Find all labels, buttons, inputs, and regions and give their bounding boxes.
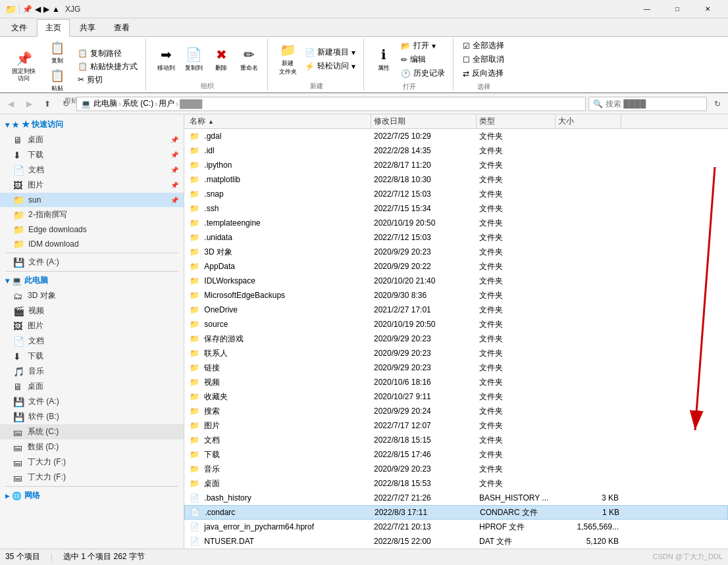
select-all-button[interactable]: ☑ 全部选择 — [460, 39, 507, 52]
table-row[interactable]: 📁 source 2020/10/19 20:50 文件夹 — [184, 317, 728, 332]
sidebar-item-music[interactable]: 🎵 音乐 — [0, 364, 184, 379]
tab-home[interactable]: 主页 — [37, 19, 70, 37]
tab-share[interactable]: 共享 — [71, 19, 104, 36]
maximize-button[interactable]: □ — [662, 0, 692, 18]
open-button[interactable]: 📂 打开 ▾ — [398, 39, 448, 52]
table-row[interactable]: 📄 .condarc 2022/8/3 17:11 CONDARC 文件 1 K… — [184, 505, 728, 520]
invert-select-button[interactable]: ⇄ 反向选择 — [460, 67, 507, 80]
sidebar-item-documents[interactable]: 📄 文档 📌 — [0, 162, 184, 178]
table-row[interactable]: 📁 .gdal 2022/7/25 10:29 文件夹 — [184, 129, 728, 143]
window-controls[interactable]: — □ ✕ — [632, 0, 723, 18]
paste-shortcut-button[interactable]: 📋 粘贴快捷方式 — [75, 61, 140, 73]
up-button[interactable]: ⬆ — [39, 96, 55, 112]
copy-path-button[interactable]: 📋 复制路径 — [75, 47, 140, 60]
edit-button[interactable]: ✏ 编辑 — [398, 53, 448, 66]
table-row[interactable]: 📁 .ipython 2022/8/17 11:20 文件夹 — [184, 158, 728, 172]
delete-button[interactable]: ✖ 删除 — [208, 39, 234, 79]
forward-button[interactable]: ▶ — [21, 96, 37, 112]
table-row[interactable]: 📁 .snap 2022/7/12 15:03 文件夹 — [184, 187, 728, 201]
col-header-size[interactable]: 大小 — [556, 114, 621, 129]
col-header-date[interactable]: 修改日期 — [371, 114, 477, 129]
sidebar-item-idm-download[interactable]: 📁 IDM download — [0, 237, 184, 251]
table-row[interactable]: 📁 AppData 2020/9/29 20:22 文件夹 — [184, 259, 728, 274]
back-button[interactable]: ◀ — [3, 96, 18, 112]
cut-button[interactable]: ✂ 剪切 — [75, 74, 140, 86]
close-button[interactable]: ✕ — [692, 0, 723, 18]
table-row[interactable]: 📄 NTUSER.DAT 2022/8/15 22:00 DAT 文件 5,12… — [184, 534, 728, 549]
col-header-type[interactable]: 类型 — [477, 114, 556, 129]
sidebar-item-drive-a2[interactable]: 💾 文件 (A:) — [0, 394, 184, 409]
pin-button[interactable]: 📌 固定到快访问 — [8, 47, 39, 86]
table-row[interactable]: 📁 MicrosoftEdgeBackups 2020/9/30 8:36 文件… — [184, 288, 728, 303]
sidebar-item-drive-b[interactable]: 💾 软件 (B:) — [0, 409, 184, 424]
table-row[interactable]: 📁 .unidata 2022/7/12 15:03 文件夹 — [184, 230, 728, 245]
table-row[interactable]: 📄 .bash_history 2022/7/27 21:26 BASH_HIS… — [184, 491, 728, 505]
easy-access-button[interactable]: ⚡ 轻松访问 ▾ — [302, 60, 358, 72]
table-row[interactable]: 📁 保存的游戏 2020/9/29 20:23 文件夹 — [184, 332, 728, 346]
sidebar-item-edge-downloads[interactable]: 📁 Edge downloads — [0, 222, 184, 237]
table-row[interactable]: 📁 3D 对象 2020/9/29 20:23 文件夹 — [184, 245, 728, 259]
sidebar-item-drive-a[interactable]: 💾 文件 (A:) — [0, 255, 184, 270]
new-folder-button[interactable]: 📁 新建文件夹 — [274, 39, 301, 79]
sidebar-item-pictures[interactable]: 🖼 图片 📌 — [0, 178, 184, 193]
table-row[interactable]: 📁 桌面 2022/8/18 15:53 文件夹 — [184, 476, 728, 491]
invert-select-icon: ⇄ — [463, 69, 469, 78]
sidebar-item-pictures-pc[interactable]: 🖼 图片 — [0, 318, 184, 333]
sidebar-item-drive-c[interactable]: 🖴 系统 (C:) — [0, 424, 184, 439]
table-row[interactable]: 📁 链接 2020/9/29 20:23 文件夹 — [184, 360, 728, 375]
quick-access-header[interactable]: ▾ ★ ★ 快速访问 — [0, 117, 184, 132]
history-button[interactable]: 🕐 历史记录 — [398, 67, 448, 80]
copy-button[interactable]: 📋 复制 — [41, 39, 74, 66]
paste-button[interactable]: 📋 粘贴 — [41, 67, 74, 93]
sidebar-item-downloads[interactable]: ⬇ 下载 📌 — [0, 147, 184, 162]
table-row[interactable]: 📁 文档 2022/8/18 15:15 文件夹 — [184, 433, 728, 447]
rename-button[interactable]: ✏ 重命名 — [236, 39, 262, 79]
sidebar-item-drive-f1[interactable]: 🖴 丁大力 (F:) — [0, 454, 184, 470]
sidebar-item-drive-d[interactable]: 🖴 数据 (D:) — [0, 439, 184, 454]
network-header[interactable]: ▸ 🌐 网络 — [0, 488, 184, 503]
new-item-button[interactable]: 📄 新建项目 ▾ — [302, 46, 358, 59]
table-row[interactable]: 📁 .matplotlib 2022/8/18 10:30 文件夹 — [184, 172, 728, 187]
move-to-button[interactable]: ➡ 移动到 — [153, 39, 179, 79]
col-header-name[interactable]: 名称 ▲ — [187, 114, 371, 129]
table-row[interactable]: 📁 收藏夹 2020/10/27 9:11 文件夹 — [184, 389, 728, 404]
sidebar-item-3d[interactable]: 🗂 3D 对象 — [0, 288, 184, 303]
refresh-button[interactable]: ↻ — [710, 96, 725, 112]
pin-arrow2-icon: 📌 — [170, 151, 178, 159]
tab-view[interactable]: 查看 — [105, 19, 138, 36]
address-path[interactable]: 💻 此电脑 › 系统 (C:) › 用户 › ████ — [76, 97, 586, 111]
table-row[interactable]: 📁 视频 2020/10/6 18:16 文件夹 — [184, 375, 728, 389]
file-name-cell: 📁 下载 — [187, 449, 371, 460]
table-row[interactable]: 📁 .ssh 2022/7/15 15:34 文件夹 — [184, 201, 728, 216]
file-type-cell: 文件夹 — [477, 145, 556, 157]
sidebar-item-videos[interactable]: 🎬 视频 — [0, 303, 184, 318]
sidebar-item-dl-pc[interactable]: ⬇ 下载 — [0, 349, 184, 364]
search-input[interactable] — [606, 99, 704, 109]
sidebar-item-guide[interactable]: 📁 2-指南撰写 — [0, 207, 184, 222]
this-pc-header[interactable]: ▾ 💻 此电脑 — [0, 273, 184, 288]
search-box[interactable]: 🔍 — [588, 97, 707, 111]
table-row[interactable]: 📁 下载 2022/8/15 17:46 文件夹 — [184, 447, 728, 462]
table-row[interactable]: 📄 java_error_in_pycharm64.hprof 2022/7/2… — [184, 520, 728, 534]
file-name-cell: 📄 .condarc — [188, 508, 372, 517]
sidebar-item-sun[interactable]: 📁 sun 📌 — [0, 193, 184, 207]
table-row[interactable]: 📁 OneDrive 2021/2/27 17:01 文件夹 — [184, 303, 728, 317]
deselect-all-button[interactable]: ☐ 全部取消 — [460, 53, 507, 66]
tab-file[interactable]: 文件 — [3, 19, 36, 36]
minimize-button[interactable]: — — [632, 0, 662, 18]
quick-access-star-icon: ★ — [12, 120, 19, 130]
refresh-arrow[interactable]: ↻ — [58, 96, 74, 112]
table-row[interactable]: 📁 音乐 2020/9/29 20:23 文件夹 — [184, 462, 728, 476]
table-row[interactable]: 📁 联系人 2020/9/29 20:23 文件夹 — [184, 346, 728, 360]
copy-to-button[interactable]: 📄 复制到 — [180, 39, 207, 79]
sidebar-item-desktop[interactable]: 🖥 桌面 📌 — [0, 132, 184, 147]
table-row[interactable]: 📁 .idl 2022/2/28 14:35 文件夹 — [184, 143, 728, 158]
table-row[interactable]: 📁 .templateengine 2020/10/19 20:50 文件夹 — [184, 216, 728, 230]
table-row[interactable]: 📁 图片 2022/7/17 12:07 文件夹 — [184, 418, 728, 433]
table-row[interactable]: 📁 IDLWorkspace 2020/10/20 21:40 文件夹 — [184, 274, 728, 288]
sidebar-item-docs-pc[interactable]: 📄 文档 — [0, 333, 184, 349]
sidebar-item-drive-f2[interactable]: 🖴 丁大力 (F:) — [0, 470, 184, 485]
properties-button[interactable]: ℹ 属性 — [371, 40, 397, 80]
sidebar-item-desktop-pc[interactable]: 🖥 桌面 — [0, 379, 184, 394]
table-row[interactable]: 📁 搜索 2020/9/29 20:24 文件夹 — [184, 404, 728, 418]
